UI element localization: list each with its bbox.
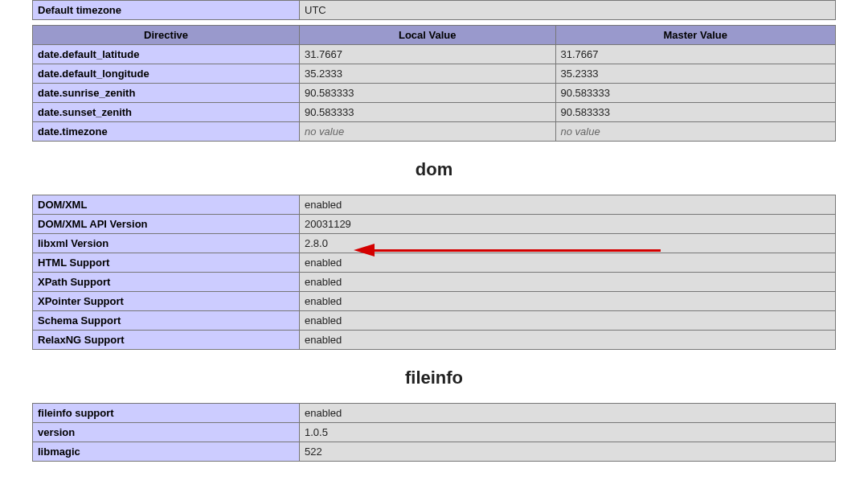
property-value: enabled [300,253,836,273]
property-name: RelaxNG Support [33,331,300,350]
table-row: Default timezone UTC [33,1,836,20]
directive-local-value: 35.2333 [300,64,556,84]
table-row: fileinfo supportenabled [33,404,836,423]
property-value: enabled [300,331,836,350]
property-value: 522 [300,442,836,462]
default-timezone-value: UTC [300,1,836,20]
property-value: enabled [300,292,836,311]
directive-master-value: 35.2333 [555,64,835,84]
property-value: 2.8.0 [300,234,836,253]
property-value: 20031129 [300,215,836,234]
table-row: XPath Supportenabled [33,273,836,292]
directive-name: date.sunrise_zenith [33,84,300,103]
table-row: RelaxNG Supportenabled [33,331,836,350]
directive-local-value: 90.583333 [300,84,556,103]
table-row: DOM/XMLenabled [33,195,836,215]
property-name: HTML Support [33,253,300,273]
fileinfo-table: fileinfo supportenabledversion1.0.5libma… [32,403,836,462]
directive-name: date.sunset_zenith [33,103,300,122]
property-name: fileinfo support [33,404,300,423]
col-master: Master Value [555,26,835,45]
col-local: Local Value [300,26,556,45]
property-value: enabled [300,273,836,292]
section-heading-fileinfo: fileinfo [32,368,836,388]
directive-master-value: no value [555,122,835,142]
property-value: enabled [300,404,836,423]
table-row: date.sunrise_zenith90.58333390.583333 [33,84,836,103]
dom-table-wrap: DOM/XMLenabledDOM/XML API Version2003112… [32,195,836,350]
property-name: XPointer Support [33,292,300,311]
col-directive: Directive [33,26,300,45]
page-wrap: Default timezone UTC Directive Local Val… [32,0,836,462]
property-name: DOM/XML API Version [33,215,300,234]
table-row: version1.0.5 [33,423,836,442]
dom-table: DOM/XMLenabledDOM/XML API Version2003112… [32,195,836,350]
table-row: date.default_latitude31.766731.7667 [33,45,836,64]
directive-master-value: 90.583333 [555,103,835,122]
property-name: Schema Support [33,311,300,331]
section-heading-dom: dom [32,159,836,180]
table-row: Schema Supportenabled [33,311,836,331]
table-row: date.timezoneno valueno value [33,122,836,142]
directive-local-value: no value [300,122,556,142]
default-timezone-table: Default timezone UTC [32,0,836,20]
table-row: DOM/XML API Version20031129 [33,215,836,234]
property-name: XPath Support [33,273,300,292]
property-name: libxml Version [33,234,300,253]
directive-name: date.default_latitude [33,45,300,64]
table-row: libxml Version2.8.0 [33,234,836,253]
property-name: DOM/XML [33,195,300,215]
property-value: 1.0.5 [300,423,836,442]
table-row: date.default_longitude35.233335.2333 [33,64,836,84]
directive-name: date.timezone [33,122,300,142]
property-value: enabled [300,195,836,215]
table-row: date.sunset_zenith90.58333390.583333 [33,103,836,122]
directive-local-value: 31.7667 [300,45,556,64]
directive-name: date.default_longitude [33,64,300,84]
directive-master-value: 90.583333 [555,84,835,103]
table-row: HTML Supportenabled [33,253,836,273]
table-row: libmagic522 [33,442,836,462]
default-timezone-key: Default timezone [33,1,300,20]
table-header-row: Directive Local Value Master Value [33,26,836,45]
property-value: enabled [300,311,836,331]
directives-table: Directive Local Value Master Value date.… [32,25,836,142]
directive-local-value: 90.583333 [300,103,556,122]
table-row: XPointer Supportenabled [33,292,836,311]
property-name: version [33,423,300,442]
property-name: libmagic [33,442,300,462]
directive-master-value: 31.7667 [555,45,835,64]
